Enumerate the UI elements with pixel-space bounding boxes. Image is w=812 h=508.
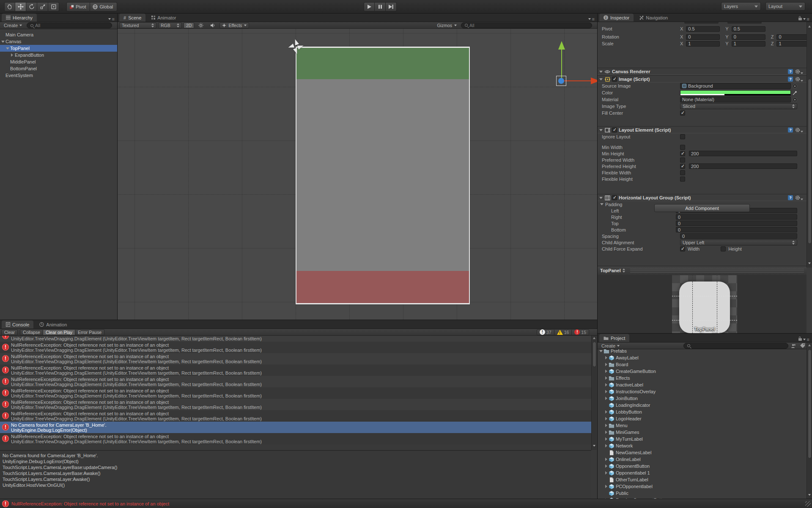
component-header-horizontal-layout-group-script-[interactable]: Horizontal Layout Group (Script)? <box>598 194 807 201</box>
project-item-opponentbutton[interactable]: OpponentButton <box>598 463 807 469</box>
console-entry-6[interactable]: !NullReferenceException: Object referenc… <box>0 399 591 410</box>
add-component-button[interactable]: Add Component <box>654 204 750 212</box>
checkbox[interactable] <box>680 164 685 169</box>
disclosure-collapsed-icon[interactable] <box>605 397 607 400</box>
value-field-y[interactable]: 0.5 <box>732 26 765 32</box>
project-panel-menu[interactable]: ≡ <box>798 337 812 342</box>
console-entry-5[interactable]: !NullReferenceException: Object referenc… <box>0 387 591 399</box>
scale-tool-button[interactable] <box>37 2 48 11</box>
tab-project[interactable]: Project <box>599 334 629 342</box>
value-field-top[interactable]: 0 <box>676 221 797 226</box>
disclosure-collapsed-icon[interactable] <box>605 410 607 414</box>
rect-tool-button[interactable] <box>48 2 59 11</box>
disclosure-collapsed-icon[interactable] <box>605 485 607 488</box>
layout-dropdown[interactable]: Layout <box>765 2 805 11</box>
console-entry-7[interactable]: !NullReferenceException: Object referenc… <box>0 410 591 422</box>
console-entry-1[interactable]: !NullReferenceException: Object referenc… <box>0 342 591 353</box>
value-field-x[interactable]: 0.5 <box>686 26 720 32</box>
checkbox[interactable] <box>612 195 617 200</box>
checkbox[interactable] <box>721 246 726 251</box>
preview-header[interactable]: TopPanel <box>598 266 807 275</box>
component-header-canvas-renderer[interactable]: Canvas Renderer? <box>598 68 807 75</box>
console-entry-4[interactable]: !NullReferenceException: Object referenc… <box>0 376 591 387</box>
hierarchy-panel-menu[interactable]: ≡ <box>108 17 117 22</box>
disclosure-collapsed-icon[interactable] <box>605 383 607 387</box>
help-book-icon[interactable]: ? <box>788 77 793 82</box>
hierarchy-item-eventsystem[interactable]: EventSystem <box>0 72 117 79</box>
disclosure-collapsed-icon[interactable] <box>605 417 607 420</box>
disclosure-expanded-icon[interactable] <box>599 78 603 80</box>
disclosure-expanded-icon[interactable] <box>599 197 603 199</box>
project-item-awaylabel[interactable]: AwayLabel <box>598 354 807 361</box>
scene-search-input[interactable]: All <box>461 22 592 28</box>
tab-console[interactable]: Console <box>2 320 33 329</box>
project-item-prefabs[interactable]: Prefabs <box>598 349 807 354</box>
project-item-loadingindicator[interactable]: LoadingIndicator <box>598 402 807 409</box>
gear-icon[interactable] <box>795 127 803 133</box>
project-item-instructionsoverlay[interactable]: InstructionsOverlay <box>598 388 807 395</box>
hierarchy-item-middlepanel[interactable]: MiddlePanel <box>0 58 117 65</box>
console-clear-on-play-toggle[interactable]: Clear on Play <box>43 329 75 335</box>
disclosure-collapsed-icon[interactable] <box>605 376 607 380</box>
project-item-public[interactable]: Public <box>598 490 807 497</box>
project-item-board[interactable]: Board <box>598 361 807 368</box>
2d-mode-toggle[interactable]: 2D <box>184 22 194 28</box>
component-header-layout-element-script-[interactable]: Layout Element (Script)? <box>598 126 807 133</box>
tab-hierarchy[interactable]: Hierarchy <box>2 14 37 22</box>
value-field-z[interactable]: 0 <box>776 34 807 40</box>
layers-dropdown[interactable]: Layers <box>721 2 761 11</box>
console-scrollbar[interactable] <box>591 336 597 450</box>
help-book-icon[interactable]: ? <box>788 69 793 74</box>
project-item-myturnlabel[interactable]: MyTurnLabel <box>598 436 807 442</box>
console-error-pause-toggle[interactable]: Error Pause <box>75 329 104 335</box>
rotate-tool-button[interactable] <box>26 2 37 11</box>
project-item-menu[interactable]: Menu <box>598 422 807 429</box>
tab-animation[interactable]: Animation <box>35 320 71 329</box>
checkbox[interactable] <box>680 246 685 251</box>
gear-icon[interactable] <box>795 195 803 200</box>
project-item-creategamebutton[interactable]: CreateGameButton <box>598 368 807 375</box>
dropdown-image-type[interactable]: Sliced <box>680 103 797 109</box>
project-item-opponentlabel-1[interactable]: Opponentlabel 1 <box>598 469 807 476</box>
checkbox[interactable] <box>612 77 617 82</box>
checkbox[interactable] <box>680 145 685 150</box>
project-item-newgameslabel[interactable]: NewGamesLabel <box>598 449 807 456</box>
project-item-inactivelabel[interactable]: InactiveLabel <box>598 381 807 388</box>
inspector-scrollbar[interactable] <box>807 22 812 268</box>
project-item-otherturnlabel[interactable]: OtherTurnLabel <box>598 476 807 483</box>
checkbox[interactable] <box>680 170 685 175</box>
disclosure-collapsed-icon[interactable] <box>605 390 607 393</box>
console-entry-3[interactable]: !NullReferenceException: Object referenc… <box>0 364 591 376</box>
hierarchy-search-input[interactable]: All <box>27 22 112 28</box>
disclosure-collapsed-icon[interactable] <box>605 431 607 434</box>
color-swatch[interactable] <box>680 90 791 96</box>
checkbox[interactable] <box>680 110 685 116</box>
disclosure-expanded-icon[interactable] <box>599 71 603 73</box>
console-entry-0[interactable]: !UnityEditor.TreeViewDragging.DragElemen… <box>0 336 591 342</box>
disclosure-collapsed-icon[interactable] <box>605 444 607 447</box>
disclosure-expanded-icon[interactable] <box>600 203 604 205</box>
tab-navigation[interactable]: Navigation <box>635 14 672 22</box>
checkbox[interactable] <box>680 177 685 182</box>
disclosure-collapsed-icon[interactable] <box>605 424 607 427</box>
dropdown-child-alignment[interactable]: Upper Left <box>680 240 797 246</box>
gizmos-dropdown[interactable]: Gizmos <box>434 22 459 28</box>
project-create-button[interactable]: Create <box>599 343 622 349</box>
scrollbar-thumb[interactable] <box>808 349 812 458</box>
checkbox[interactable] <box>680 157 685 163</box>
tab-animator[interactable]: Animator <box>147 14 180 22</box>
gear-icon[interactable] <box>795 77 803 82</box>
scrollbar-thumb[interactable] <box>808 79 812 244</box>
value-field-y[interactable]: 1 <box>732 41 765 47</box>
hierarchy-item-expandbutton[interactable]: ExpandButton <box>0 52 117 58</box>
value-field-z[interactable]: 1 <box>776 41 807 47</box>
checkbox[interactable] <box>680 134 685 139</box>
console-entry-2[interactable]: !NullReferenceException: Object referenc… <box>0 353 591 364</box>
global-toggle-button[interactable]: Global <box>90 2 117 11</box>
object-field-source-image[interactable]: Background <box>680 83 791 89</box>
inspector-panel-menu[interactable]: ≡ <box>798 17 812 22</box>
scrollbar-thumb[interactable] <box>593 342 596 367</box>
value-field-x[interactable]: 1 <box>686 41 720 47</box>
value-field-y[interactable]: 0 <box>732 34 765 40</box>
hierarchy-item-main-camera[interactable]: Main Camera <box>0 31 117 38</box>
